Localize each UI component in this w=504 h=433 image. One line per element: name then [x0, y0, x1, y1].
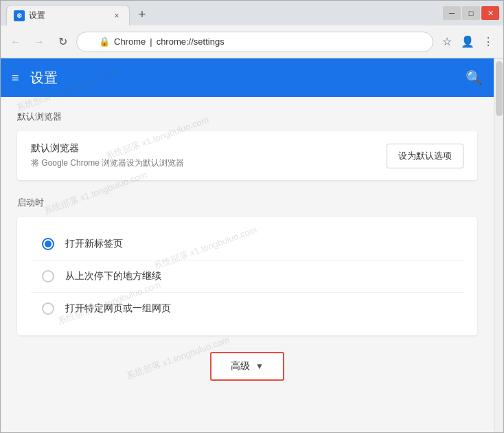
account-icon: 👤 [461, 35, 474, 48]
url-path: chrome://settings [157, 36, 225, 47]
settings-page: ≡ 设置 🔍 默认浏览器 默认浏览器 将 Google Chrome 浏览器设为… [1, 58, 494, 432]
address-bar: ← → ↻ 🔒 Chrome | chrome://settings ☆ 👤 [1, 25, 503, 58]
default-browser-info: 默认浏览器 将 Google Chrome 浏览器设为默认浏览器 [31, 142, 184, 169]
startup-radio-group: 打开新标签页 从上次停下的地方继续 打开特定网页或一组网页 [31, 228, 463, 324]
tab-area: ⚙ 设置 × + [1, 1, 443, 25]
new-tab-button[interactable]: + [133, 5, 152, 24]
startup-option-specific-pages-label: 打开特定网页或一组网页 [65, 302, 171, 315]
tab-favicon: ⚙ [14, 10, 25, 21]
search-icon: 🔍 [466, 70, 483, 85]
refresh-button[interactable]: ↻ [53, 32, 72, 52]
lock-icon: 🔒 [99, 36, 110, 47]
startup-option-new-tab[interactable]: 打开新标签页 [31, 228, 463, 260]
maximize-button[interactable]: □ [462, 6, 480, 20]
url-separator: | [150, 36, 152, 47]
back-button[interactable]: ← [6, 32, 25, 52]
bookmark-icon: ☆ [442, 35, 452, 48]
menu-button[interactable]: ⋮ [479, 32, 498, 52]
window-controls: ─ □ ✕ [443, 3, 503, 25]
tab-title: 设置 [29, 10, 107, 21]
url-prefix: Chrome [114, 36, 146, 47]
startup-options-card: 打开新标签页 从上次停下的地方继续 打开特定网页或一组网页 [17, 217, 477, 335]
settings-body: 默认浏览器 默认浏览器 将 Google Chrome 浏览器设为默认浏览器 设… [1, 97, 494, 432]
startup-option-new-tab-label: 打开新标签页 [65, 238, 123, 250]
close-button[interactable]: ✕ [481, 6, 499, 20]
active-tab[interactable]: ⚙ 设置 × [6, 5, 130, 25]
settings-header: ≡ 设置 🔍 [1, 58, 494, 97]
hamburger-menu-icon[interactable]: ≡ [12, 71, 19, 85]
advanced-button[interactable]: 高级 ▼ [210, 352, 284, 381]
scrollbar-thumb[interactable] [496, 61, 503, 116]
url-display: 🔒 Chrome | chrome://settings [99, 36, 225, 47]
title-bar: ⚙ 设置 × + ─ □ ✕ [1, 1, 503, 25]
startup-option-continue-label: 从上次停下的地方继续 [65, 270, 161, 282]
tab-close-button[interactable]: × [111, 10, 122, 21]
default-browser-description: 将 Google Chrome 浏览器设为默认浏览器 [31, 157, 184, 169]
browser-content: ≡ 设置 🔍 默认浏览器 默认浏览器 将 Google Chrome 浏览器设为… [1, 58, 503, 432]
advanced-button-label: 高级 [231, 360, 250, 373]
account-button[interactable]: 👤 [458, 32, 477, 52]
minimize-button[interactable]: ─ [443, 6, 461, 20]
menu-icon: ⋮ [483, 35, 494, 48]
address-input[interactable]: 🔒 Chrome | chrome://settings [76, 32, 433, 52]
forward-button[interactable]: → [30, 32, 49, 52]
default-browser-card: 默认浏览器 将 Google Chrome 浏览器设为默认浏览器 设为默认选项 [17, 131, 477, 180]
toolbar-icons: ☆ 👤 ⋮ [437, 32, 498, 52]
set-default-button[interactable]: 设为默认选项 [387, 144, 463, 168]
chevron-down-icon: ▼ [255, 362, 264, 371]
radio-button-specific-pages[interactable] [42, 302, 54, 315]
startup-option-continue[interactable]: 从上次停下的地方继续 [31, 260, 463, 293]
startup-option-specific-pages[interactable]: 打开特定网页或一组网页 [31, 293, 463, 324]
startup-section-title: 启动时 [17, 197, 477, 209]
scrollbar-track[interactable] [494, 58, 503, 432]
radio-button-continue[interactable] [42, 270, 54, 282]
default-browser-section-title: 默认浏览器 [17, 111, 477, 123]
settings-page-title: 设置 [30, 69, 466, 87]
radio-button-new-tab[interactable] [42, 238, 54, 250]
default-browser-row: 默认浏览器 将 Google Chrome 浏览器设为默认浏览器 设为默认选项 [31, 142, 463, 169]
settings-search-button[interactable]: 🔍 [466, 69, 483, 86]
bookmark-button[interactable]: ☆ [437, 32, 457, 52]
advanced-section: 高级 ▼ [17, 352, 477, 381]
default-browser-label: 默认浏览器 [31, 142, 184, 155]
